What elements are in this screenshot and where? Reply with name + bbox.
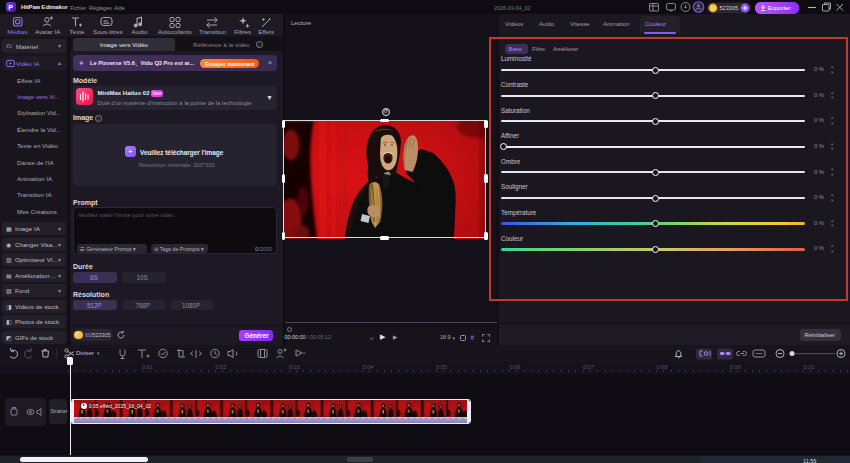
svg-text:Exporter: Exporter — [768, 5, 791, 11]
svg-text:523305: 523305 — [720, 5, 739, 11]
